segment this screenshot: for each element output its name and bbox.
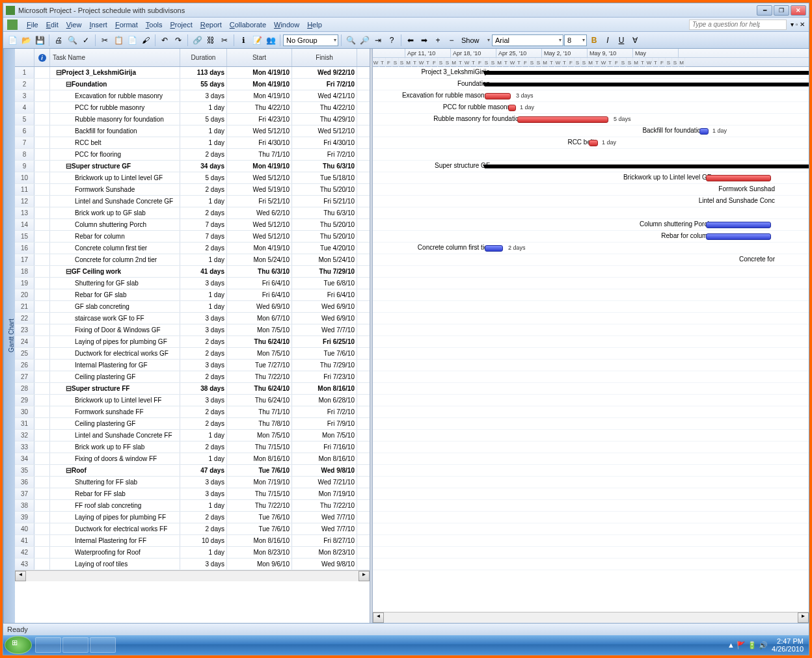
info-button[interactable]: ℹ [237, 34, 250, 47]
day-header[interactable]: F [431, 58, 438, 67]
font-dropdown[interactable]: Arial [492, 34, 563, 46]
start-cell[interactable]: Mon 8/16/10 [227, 453, 292, 464]
task-row[interactable]: 36Shuttering for FF slab3 daysMon 7/19/1… [15, 477, 370, 488]
day-header[interactable]: T [640, 58, 646, 67]
gantt-row[interactable] [373, 289, 809, 301]
indicator-cell[interactable] [34, 430, 50, 441]
day-header[interactable]: F [659, 58, 666, 67]
finish-cell[interactable]: Thu 4/29/10 [292, 114, 357, 125]
day-header[interactable]: T [503, 58, 509, 67]
taskname-cell[interactable]: ⊟ Super structure GF [50, 161, 180, 172]
day-header[interactable]: T [548, 58, 555, 67]
row-number[interactable]: 17 [15, 254, 34, 265]
row-number[interactable]: 34 [15, 453, 34, 464]
gantt-row[interactable] [373, 547, 809, 559]
taskname-cell[interactable]: Ceiling plastering GF [50, 418, 180, 429]
help-button[interactable]: ? [385, 34, 398, 47]
duration-cell[interactable]: 38 days [180, 383, 227, 394]
gantt-timescale[interactable]: Apr 11, '10Apr 18, '10Apr 25, '10May 2, … [373, 49, 809, 67]
indicator-cell[interactable] [34, 336, 50, 347]
task-row[interactable]: 26Internal Plastering for GF3 daysTue 7/… [15, 360, 370, 371]
start-cell[interactable]: Wed 5/12/10 [227, 125, 292, 137]
system-tray[interactable]: ▲ 🚩 🔋 🔊 2:47 PM 4/26/2010 [727, 637, 807, 653]
gantt-hscroll[interactable]: ◄ ► [373, 612, 809, 623]
row-number[interactable]: 43 [15, 559, 34, 570]
gantt-row[interactable] [373, 559, 809, 570]
paste-button[interactable]: 📄 [126, 34, 139, 47]
start-cell[interactable]: Thu 7/22/10 [227, 371, 292, 382]
duration-cell[interactable]: 1 day [180, 137, 227, 148]
row-number[interactable]: 41 [15, 535, 34, 546]
taskname-cell[interactable]: Laying of pipes for plumbing FF [50, 512, 180, 523]
col-finish[interactable]: Finish [292, 49, 357, 66]
finish-cell[interactable]: Mon 8/16/10 [292, 383, 357, 394]
gantt-row[interactable] [373, 500, 809, 512]
taskname-cell[interactable]: ⊟ Project 3_LekshmiGirija [50, 67, 180, 78]
gantt-row[interactable] [373, 149, 809, 161]
row-number[interactable]: 20 [15, 289, 34, 300]
duration-cell[interactable]: 1 day [180, 102, 227, 113]
finish-cell[interactable]: Wed 9/22/10 [292, 67, 357, 78]
duration-cell[interactable]: 1 day [180, 289, 227, 300]
taskname-cell[interactable]: Brick work up to FF slab [50, 441, 180, 453]
indicator-cell[interactable] [34, 512, 50, 523]
task-row[interactable]: 1⊟ Project 3_LekshmiGirija113 daysMon 4/… [15, 67, 370, 79]
start-cell[interactable]: Mon 8/16/10 [227, 535, 292, 546]
scroll-right-button[interactable]: ► [359, 571, 370, 581]
finish-cell[interactable]: Mon 7/5/10 [292, 430, 357, 441]
gantt-row[interactable] [373, 207, 809, 219]
start-cell[interactable]: Wed 6/2/10 [227, 207, 292, 218]
gantt-row[interactable]: Rebar for column [373, 231, 809, 243]
unlink-button[interactable]: ⛓ [204, 34, 217, 47]
row-number[interactable]: 13 [15, 207, 34, 218]
task-row[interactable]: 31Ceiling plastering GF2 daysThu 7/8/10F… [15, 418, 370, 430]
duration-cell[interactable]: 2 days [180, 184, 227, 195]
task-row[interactable]: 3Excavation for rubble masonry3 daysMon … [15, 90, 370, 102]
gantt-row[interactable] [373, 523, 809, 535]
task-bar[interactable] [589, 140, 598, 146]
day-header[interactable]: M [405, 58, 412, 67]
summary-bar[interactable] [485, 164, 809, 168]
duration-cell[interactable]: 3 days [180, 395, 227, 406]
assign-button[interactable]: 👥 [264, 34, 277, 47]
grid-body[interactable]: 1⊟ Project 3_LekshmiGirija113 daysMon 4/… [15, 67, 370, 570]
preview-button[interactable]: 🔍 [66, 34, 79, 47]
indicator-cell[interactable] [34, 301, 50, 312]
row-number[interactable]: 23 [15, 324, 34, 336]
taskname-cell[interactable]: Shuttering for GF slab [50, 278, 180, 289]
new-button[interactable]: 📄 [6, 34, 19, 47]
row-number[interactable]: 7 [15, 137, 34, 148]
col-rownum[interactable] [15, 49, 34, 66]
summary-bar[interactable] [485, 71, 809, 75]
gantt-body[interactable]: Project 3_LekshmiGirijaFoundationExcavat… [373, 67, 809, 570]
duration-cell[interactable]: 47 days [180, 465, 227, 476]
start-cell[interactable]: Tue 7/6/10 [227, 512, 292, 523]
row-number[interactable]: 39 [15, 512, 34, 523]
menu-view[interactable]: View [62, 20, 86, 30]
finish-cell[interactable]: Tue 7/6/10 [292, 348, 357, 359]
duration-cell[interactable]: 2 days [180, 371, 227, 382]
day-header[interactable]: W [509, 58, 516, 67]
italic-button[interactable]: I [601, 34, 614, 47]
task-row[interactable]: 29Brickwork up to Lintel level FF3 daysT… [15, 395, 370, 406]
taskname-cell[interactable]: Internal Plastering for GF [50, 360, 180, 371]
task-row[interactable]: 2⊟ Foundation55 daysMon 4/19/10Fri 7/2/1… [15, 79, 370, 90]
start-cell[interactable]: Mon 7/5/10 [227, 348, 292, 359]
day-header[interactable]: S [581, 58, 588, 67]
day-header[interactable]: F [522, 58, 529, 67]
week-header[interactable] [373, 49, 405, 57]
menu-insert[interactable]: Insert [85, 20, 111, 30]
titlebar[interactable]: Microsoft Project - Project schedule wit… [3, 3, 809, 18]
indicator-cell[interactable] [34, 523, 50, 534]
menu-project[interactable]: Project [166, 20, 196, 30]
start-cell[interactable]: Mon 4/19/10 [227, 79, 292, 90]
task-row[interactable]: 8PCC for flooring2 daysThu 7/1/10Fri 7/2… [15, 149, 370, 161]
taskname-cell[interactable]: Backfill for foundation [50, 125, 180, 137]
col-start[interactable]: Start [227, 49, 292, 66]
indicator-cell[interactable] [34, 453, 50, 464]
taskname-cell[interactable]: Formwork sunshade FF [50, 406, 180, 417]
row-number[interactable]: 9 [15, 161, 34, 172]
indicator-cell[interactable] [34, 219, 50, 230]
save-button[interactable]: 💾 [33, 34, 46, 47]
start-cell[interactable]: Mon 6/7/10 [227, 313, 292, 324]
